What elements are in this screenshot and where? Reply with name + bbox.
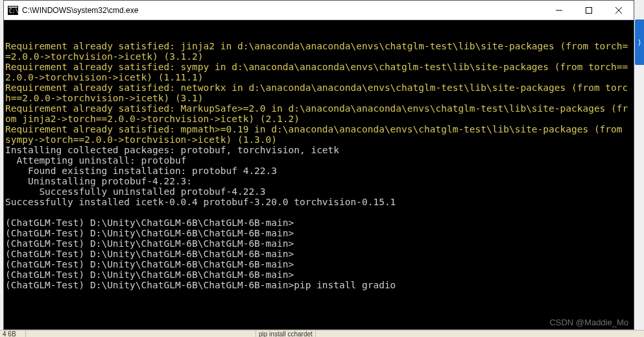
prompt-line: (ChatGLM-Test) D:\Unity\ChatGLM-6B\ChatG… <box>5 218 632 228</box>
watermark: CSDN @Maddie_Mo <box>549 318 628 328</box>
terminal-line: Successfully installed icetk-0.0.4 proto… <box>5 197 632 207</box>
terminal-area[interactable]: Requirement already satisfied: jinja2 in… <box>4 20 634 329</box>
statusbar-left: 4 6B <box>0 331 26 337</box>
prompt-line: (ChatGLM-Test) D:\Unity\ChatGLM-6B\ChatG… <box>5 259 632 269</box>
statusbar-spacer <box>26 331 256 337</box>
side-tab-icon: ⟩ <box>638 38 641 47</box>
prompt-line: (ChatGLM-Test) D:\Unity\ChatGLM-6B\ChatG… <box>5 238 632 249</box>
prompt-line: (ChatGLM-Test) D:\Unity\ChatGLM-6B\ChatG… <box>5 269 632 280</box>
prompt-line: (ChatGLM-Test) D:\Unity\ChatGLM-6B\ChatG… <box>5 228 632 238</box>
terminal-line: Uninstalling protobuf-4.22.3: <box>5 176 632 186</box>
statusbar-cmd: pip install cchardet <box>256 331 316 337</box>
cmd-icon: C:\ <box>8 6 18 15</box>
cmd-window: C:\ C:\WINDOWS\system32\cmd.exe Requirem… <box>3 0 634 330</box>
terminal-line: Successfully uninstalled protobuf-4.22.3 <box>5 186 632 197</box>
svg-rect-1 <box>8 6 18 8</box>
statusbar: 4 6B pip install cchardet <box>0 330 644 337</box>
terminal-line: Requirement already satisfied: sympy in … <box>5 62 632 82</box>
close-button[interactable] <box>604 1 634 19</box>
titlebar[interactable]: C:\ C:\WINDOWS\system32\cmd.exe <box>4 1 634 20</box>
maximize-button[interactable] <box>574 1 604 19</box>
window-controls <box>544 1 634 19</box>
terminal-line <box>5 207 632 218</box>
minimize-button[interactable] <box>544 1 574 19</box>
terminal-line: Requirement already satisfied: MarkupSaf… <box>5 103 632 124</box>
window-title: C:\WINDOWS\system32\cmd.exe <box>22 6 544 15</box>
svg-rect-4 <box>586 7 592 13</box>
terminal-line: Found existing installation: protobuf 4.… <box>5 166 632 176</box>
side-tab[interactable]: ⟩ <box>635 19 644 65</box>
terminal-line: Requirement already satisfied: networkx … <box>5 82 632 103</box>
prompt-line: (ChatGLM-Test) D:\Unity\ChatGLM-6B\ChatG… <box>5 280 632 290</box>
terminal-line: Requirement already satisfied: jinja2 in… <box>5 41 632 62</box>
terminal-line: Requirement already satisfied: mpmath>=0… <box>5 124 632 145</box>
terminal-line: Attempting uninstall: protobuf <box>5 155 632 166</box>
prompt-line: (ChatGLM-Test) D:\Unity\ChatGLM-6B\ChatG… <box>5 249 632 259</box>
terminal-line: Installing collected packages: protobuf,… <box>5 145 632 155</box>
svg-text:C:\: C:\ <box>9 8 18 14</box>
